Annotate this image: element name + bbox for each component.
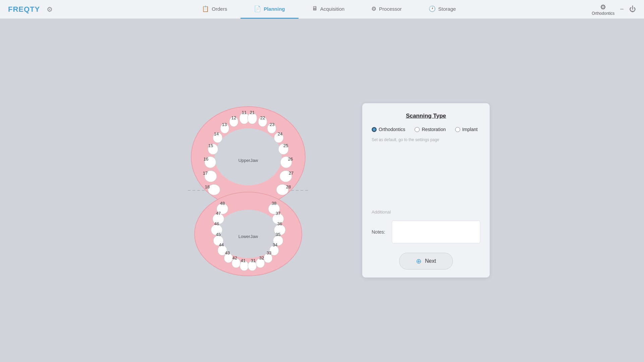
svg-text:36: 36 [277,221,282,226]
radio-implant[interactable]: Implant [455,127,478,132]
header-right: ⚙ Orthodontics − ⏻ [592,3,636,16]
svg-text:15: 15 [208,143,213,148]
svg-text:46: 46 [214,221,219,226]
default-hint: Set as default, go to the settings page [372,137,480,142]
dental-diagram: UpperJaw LowerJaw [154,83,342,298]
svg-text:35: 35 [276,232,280,237]
power-button[interactable]: ⏻ [629,5,636,13]
svg-text:42: 42 [232,255,237,260]
settings-icon[interactable]: ⚙ [47,5,53,13]
planning-icon: 📄 [254,5,261,12]
svg-text:44: 44 [219,242,224,247]
lower-jaw-label: LowerJaw [238,234,258,239]
notes-row: Notes: [372,221,480,243]
processor-icon: ⚙ [371,5,376,12]
svg-text:21: 21 [250,110,255,115]
svg-point-20 [208,184,220,195]
svg-text:43: 43 [225,250,230,255]
radio-orthodontics-input[interactable] [372,127,377,132]
svg-text:45: 45 [216,232,221,237]
svg-text:13: 13 [222,122,227,127]
svg-text:25: 25 [283,143,288,148]
nav-tabs: 📋 Orders 📄 Planning 🖥 Acquisition ⚙ Proc… [66,0,592,19]
zoom-out-button[interactable]: − [620,5,624,13]
dental-svg: UpperJaw LowerJaw [154,83,342,298]
svg-text:38: 38 [272,201,276,206]
tab-processor[interactable]: ⚙ Processor [358,0,415,19]
scanning-type-row: Orthodontics Restoration Implant [372,127,480,132]
svg-text:17: 17 [203,171,208,176]
notes-input[interactable] [392,221,480,243]
upper-jaw-label: UpperJaw [238,158,258,163]
svg-text:47: 47 [216,211,221,216]
svg-text:23: 23 [270,122,274,127]
radio-restoration[interactable]: Restoration [415,127,446,132]
acquisition-icon: 🖥 [312,5,318,12]
radio-restoration-input[interactable] [415,127,420,132]
svg-text:14: 14 [214,131,219,136]
notes-label: Notes: [372,229,388,235]
additional-label: Additional [372,209,480,215]
svg-text:22: 22 [260,115,265,120]
svg-text:34: 34 [273,242,277,247]
tab-orders[interactable]: 📋 Orders [189,0,240,19]
svg-text:41: 41 [241,258,246,263]
svg-text:12: 12 [231,115,236,120]
orders-icon: 📋 [202,5,209,12]
svg-text:31: 31 [251,258,256,263]
storage-icon: 🕐 [429,5,436,12]
svg-text:33: 33 [267,250,271,255]
svg-text:18: 18 [205,184,210,189]
svg-text:48: 48 [220,201,225,206]
orthodontics-nav[interactable]: ⚙ Orthodontics [592,3,614,16]
svg-text:27: 27 [289,171,293,176]
svg-text:32: 32 [259,255,264,260]
svg-text:24: 24 [278,131,282,136]
scanning-type-panel: Scanning Type Orthodontics Restoration I… [362,103,490,278]
logo: FREQTY [8,5,40,14]
radio-implant-input[interactable] [455,127,460,132]
orthodontics-icon: ⚙ [600,3,606,11]
header: FREQTY ⚙ 📋 Orders 📄 Planning 🖥 Acquisiti… [0,0,644,19]
svg-point-3 [215,128,282,185]
svg-text:28: 28 [286,184,291,189]
next-button[interactable]: ⊕ Next [399,253,453,269]
svg-text:37: 37 [276,211,280,216]
next-icon: ⊕ [416,257,422,265]
svg-text:26: 26 [288,157,293,162]
tab-storage[interactable]: 🕐 Storage [415,0,470,19]
panel-title: Scanning Type [372,113,480,119]
svg-text:11: 11 [242,110,247,115]
tab-acquisition[interactable]: 🖥 Acquisition [299,0,358,18]
main-content: UpperJaw LowerJaw [0,19,644,362]
svg-text:16: 16 [204,157,208,162]
tab-planning[interactable]: 📄 Planning [240,0,298,19]
radio-orthodontics[interactable]: Orthodontics [372,127,405,132]
